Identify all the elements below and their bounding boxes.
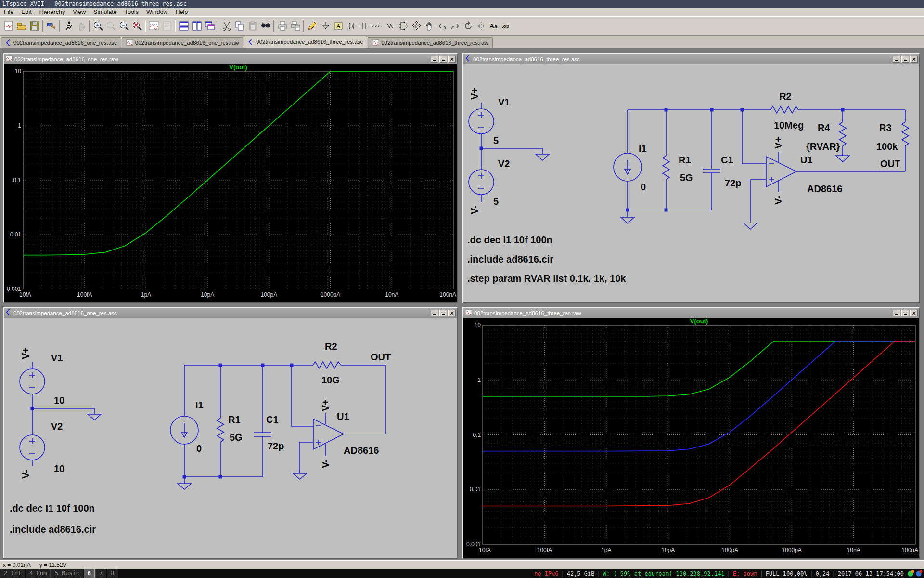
current-source-I1[interactable] <box>614 153 642 181</box>
close-button[interactable]: X <box>910 310 918 316</box>
paste-button[interactable] <box>246 20 259 33</box>
tile-vertically-button[interactable] <box>190 20 203 33</box>
plot-title[interactable]: V(out) <box>229 64 247 71</box>
current-source-I1[interactable] <box>170 416 198 444</box>
resistor-button[interactable] <box>384 20 397 33</box>
menu-item-window[interactable]: Window <box>142 8 171 16</box>
tab-002transimpedance_ad8616_one_res.asc[interactable]: 002transimpedance_ad8616_one_res.asc <box>1 37 121 48</box>
spice-directive[interactable]: .dc dec I1 10f 100n <box>467 235 552 245</box>
control-panel-button[interactable] <box>45 20 58 33</box>
trace-RVAR=0.1k[interactable] <box>483 341 915 396</box>
minimize-button[interactable] <box>431 310 438 316</box>
tab-002transimpedance_ad8616_one_res.raw[interactable]: 002transimpedance_ad8616_one_res.raw <box>122 37 243 48</box>
restore-button[interactable] <box>439 310 447 316</box>
opamp-U1[interactable] <box>313 419 344 449</box>
capacitor-C1[interactable] <box>703 169 720 173</box>
print-button[interactable] <box>276 20 289 33</box>
resistor-R2[interactable] <box>313 362 341 368</box>
workspace-7[interactable]: 7 <box>95 569 106 578</box>
tray-icon-green[interactable] <box>907 570 914 577</box>
menu-item-help[interactable]: Help <box>171 8 192 16</box>
zoom-out-button[interactable] <box>117 20 130 33</box>
workspace-2 Int[interactable]: 2 Int <box>0 569 25 578</box>
find-button[interactable] <box>259 20 272 33</box>
ground-button[interactable] <box>319 20 332 33</box>
tab-002transimpedance_ad8616_three_res.asc[interactable]: 002transimpedance_ad8616_three_res.asc <box>244 36 367 48</box>
voltage-source-V1[interactable] <box>20 369 45 394</box>
schematic-three-res-svg[interactable]: V+ V- V+ V- V1 5 V2 5 I1 0 R1 5G C1 72p <box>463 64 919 302</box>
window-titlebar[interactable]: 002transimpedance_ad8616_one_res.raw X <box>4 54 457 64</box>
restore-button[interactable] <box>439 56 447 63</box>
open-button[interactable] <box>15 20 28 33</box>
zoom-back-button[interactable] <box>104 20 117 33</box>
window-titlebar[interactable]: 002transimpedance_ad8616_three_res.raw X <box>463 308 919 318</box>
resistor-R3[interactable] <box>902 122 909 146</box>
redo-button[interactable] <box>449 20 462 33</box>
menu-item-view[interactable]: View <box>69 8 90 16</box>
menu-item-hierarchy[interactable]: Hierarchy <box>36 8 69 16</box>
close-button[interactable]: X <box>448 56 456 63</box>
save-button[interactable] <box>28 20 41 33</box>
plot-one-res-svg[interactable]: 1010.10.010.00110fA100fA1pA10pA100pA1000… <box>4 64 457 302</box>
menu-item-tools[interactable]: Tools <box>121 8 142 16</box>
net-label-button[interactable] <box>332 20 345 33</box>
spice-directive[interactable]: .include ad8616.cir <box>10 524 96 535</box>
cascade-windows-button[interactable] <box>203 20 216 33</box>
restore-button[interactable] <box>901 56 909 63</box>
minimize-button[interactable] <box>893 310 900 316</box>
window-titlebar[interactable]: 002transimpedance_ad8616_one_res.asc X <box>4 308 457 318</box>
close-button[interactable]: X <box>910 56 918 63</box>
schematic-one-res-svg[interactable]: V+ V- V+ V- V1 10 V2 10 I1 0 R1 5G C1 72… <box>4 318 457 558</box>
spice-directive[interactable]: .dc dec I1 10f 100n <box>10 503 95 513</box>
undo-button[interactable] <box>436 20 449 33</box>
workspace-6[interactable]: 6 <box>84 569 95 578</box>
wire-button[interactable] <box>306 20 319 33</box>
tab-002transimpedance_ad8616_three_res.raw[interactable]: 002transimpedance_ad8616_three_res.raw <box>368 37 493 48</box>
waveform-viewer-button[interactable] <box>147 20 160 33</box>
menu-item-simulate[interactable]: Simulate <box>90 8 121 16</box>
restore-button[interactable] <box>901 310 909 316</box>
voltage-source-V2[interactable] <box>20 435 45 460</box>
voltage-source-V2[interactable] <box>469 170 494 195</box>
rotate-button[interactable] <box>462 20 475 33</box>
workspace-8[interactable]: 8 <box>107 569 118 578</box>
tile-horizontally-button[interactable] <box>177 20 190 33</box>
workspace-5 Music[interactable]: 5 Music <box>51 569 83 578</box>
voltage-source-V1[interactable] <box>469 109 494 134</box>
tray-icon-blue[interactable] <box>915 570 923 577</box>
minimize-button[interactable] <box>893 56 900 63</box>
run-button[interactable] <box>62 20 75 33</box>
spice-directive[interactable]: .step param RVAR list 0.1k, 1k, 10k <box>467 273 626 284</box>
plot-title[interactable]: V(out) <box>690 318 708 325</box>
drag-button[interactable] <box>423 20 436 33</box>
diode-button[interactable] <box>345 20 358 33</box>
resistor-R2[interactable] <box>770 106 798 113</box>
move-button[interactable] <box>410 20 423 33</box>
waveform-pane[interactable]: 1010.10.010.00110fA100fA1pA10pA100pA1000… <box>463 318 919 558</box>
spice-directive[interactable]: .include ad8616.cir <box>467 254 553 264</box>
inductor-button[interactable] <box>371 20 384 33</box>
spice-directive-button[interactable]: .op <box>500 20 513 33</box>
copy-button[interactable] <box>233 20 246 33</box>
window-titlebar[interactable]: 002transimpedance_ad8616_three_res.asc X <box>463 54 919 64</box>
opamp-U1[interactable] <box>766 157 796 187</box>
text-button[interactable]: Aa <box>488 20 500 33</box>
trace-RVAR=10k[interactable] <box>483 341 915 506</box>
halt-button[interactable] <box>75 20 88 33</box>
component-button[interactable] <box>397 20 410 33</box>
wires[interactable] <box>481 103 905 223</box>
plot-three-res-svg[interactable]: 1010.10.010.00110fA100fA1pA10pA100pA1000… <box>463 318 919 558</box>
resistor-R1[interactable] <box>217 418 224 442</box>
resistor-R1[interactable] <box>663 156 669 180</box>
workspace-4 Com[interactable]: 4 Com <box>26 569 51 578</box>
waveform-pane[interactable]: 1010.10.010.00110fA100fA1pA10pA100pA1000… <box>4 64 457 302</box>
print-preview-button[interactable] <box>289 20 302 33</box>
mirror-button[interactable] <box>475 20 488 33</box>
resistor-R4[interactable] <box>839 122 846 146</box>
cut-button[interactable] <box>220 20 233 33</box>
new-schematic-button[interactable] <box>2 20 15 33</box>
schematic-pane[interactable]: V+ V- V+ V- V1 10 V2 10 I1 0 R1 5G C1 72… <box>4 318 457 558</box>
close-button[interactable]: X <box>448 310 456 316</box>
spice-netlist-button[interactable] <box>160 20 173 33</box>
zoom-in-button[interactable] <box>91 20 104 33</box>
